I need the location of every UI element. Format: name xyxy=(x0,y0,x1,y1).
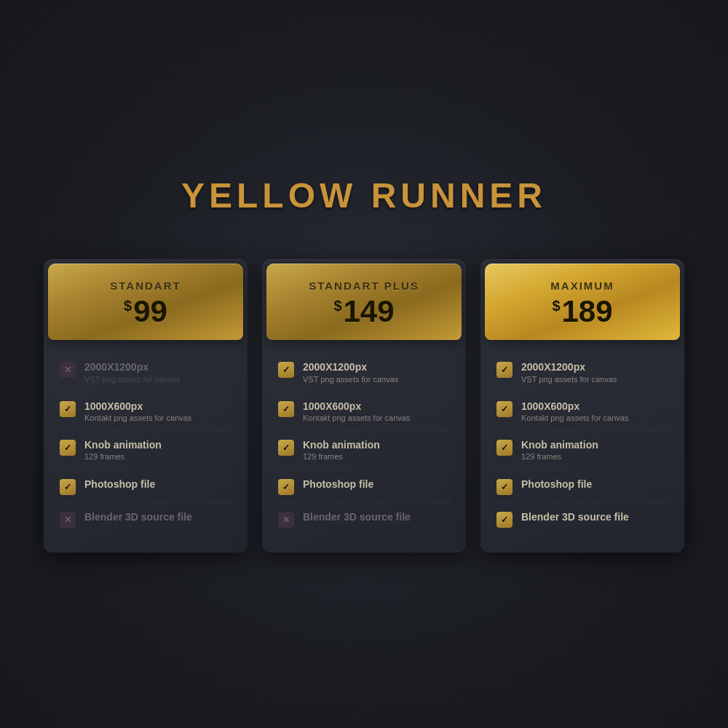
feature-main-text-standart-4: Blender 3D source file xyxy=(84,510,192,523)
feature-icon-check: ✓ xyxy=(278,401,294,417)
plan-price-maximum: $189 xyxy=(499,296,665,327)
plan-header-standart-plus: STANDART PLUS$149 xyxy=(266,264,462,340)
feature-item-standart-plus-1: ✓1000X600pxKontakt png assets for canvas xyxy=(275,392,453,431)
feature-sub-text-standart-1: Kontakt png assets for canvas xyxy=(84,414,191,423)
plan-card-standart-plus[interactable]: STANDART PLUS$149✓2000X1200pxVST png ass… xyxy=(262,259,466,552)
feature-icon-cross: ✕ xyxy=(60,362,76,378)
plan-card-standart[interactable]: STANDART$99✕2000X1200pxVST png assets fo… xyxy=(44,259,248,552)
feature-icon-check: ✓ xyxy=(278,440,294,456)
feature-main-text-standart-plus-2: Knob animation xyxy=(303,438,380,451)
feature-main-text-standart-1: 1000X600px xyxy=(84,400,191,413)
feature-main-text-standart-0: 2000X1200px xyxy=(84,360,180,373)
feature-item-standart-0: ✕2000X1200pxVST png assets for canvas xyxy=(57,353,234,392)
plan-price-standart-plus: $149 xyxy=(281,296,447,327)
plan-header-maximum: MAXIMUM$189 xyxy=(485,264,680,340)
feature-main-text-standart-3: Photoshop file xyxy=(84,478,155,491)
feature-sub-text-maximum-0: VST png assets for canvas xyxy=(521,375,617,384)
feature-icon-check: ✓ xyxy=(496,362,513,378)
feature-item-standart-plus-0: ✓2000X1200pxVST png assets for canvas xyxy=(275,353,453,392)
feature-item-maximum-1: ✓1000X600pxKontakt png assets for canvas xyxy=(494,392,671,431)
feature-item-standart-plus-4: ✕Blender 3D source file xyxy=(275,503,453,535)
feature-item-maximum-0: ✓2000X1200pxVST png assets for canvas xyxy=(494,353,671,392)
feature-sub-text-maximum-1: Kontakt png assets for canvas xyxy=(521,414,628,423)
feature-main-text-standart-plus-3: Photoshop file xyxy=(303,478,373,491)
feature-main-text-maximum-0: 2000X1200px xyxy=(521,360,617,373)
feature-icon-cross: ✕ xyxy=(60,512,76,528)
feature-sub-text-standart-0: VST png assets for canvas xyxy=(84,375,180,384)
feature-item-maximum-2: ✓Knob animation129 frames xyxy=(494,431,671,470)
feature-main-text-standart-plus-4: Blender 3D source file xyxy=(303,510,411,523)
feature-icon-cross: ✕ xyxy=(278,512,294,528)
feature-icon-check: ✓ xyxy=(496,440,513,456)
feature-main-text-maximum-4: Blender 3D source file xyxy=(521,510,629,523)
feature-item-maximum-3: ✓Photoshop file xyxy=(494,470,671,503)
feature-icon-check: ✓ xyxy=(278,479,294,495)
feature-item-maximum-4: ✓Blender 3D source file xyxy=(494,503,671,535)
feature-sub-text-standart-plus-0: VST png assets for canvas xyxy=(303,375,398,384)
feature-main-text-maximum-3: Photoshop file xyxy=(521,478,592,491)
feature-item-standart-2: ✓Knob animation129 frames xyxy=(57,431,234,470)
feature-item-standart-1: ✓1000X600pxKontakt png assets for canvas xyxy=(57,392,234,431)
plan-name-standart: STANDART xyxy=(63,280,229,292)
feature-sub-text-standart-2: 129 frames xyxy=(84,452,162,462)
feature-item-standart-3: ✓Photoshop file xyxy=(57,470,234,503)
feature-icon-check: ✓ xyxy=(60,479,76,495)
plan-features-standart: ✕2000X1200pxVST png assets for canvas✓10… xyxy=(44,340,248,552)
feature-item-standart-4: ✕Blender 3D source file xyxy=(57,503,234,535)
feature-main-text-maximum-2: Knob animation xyxy=(521,438,598,451)
plan-name-maximum: MAXIMUM xyxy=(499,280,665,292)
feature-icon-check: ✓ xyxy=(496,512,513,528)
feature-main-text-standart-2: Knob animation xyxy=(84,438,162,451)
plan-features-maximum: ✓2000X1200pxVST png assets for canvas✓10… xyxy=(480,340,684,552)
feature-icon-check: ✓ xyxy=(496,479,513,495)
feature-main-text-maximum-1: 1000X600px xyxy=(521,400,628,413)
plan-card-maximum[interactable]: MAXIMUM$189✓2000X1200pxVST png assets fo… xyxy=(480,259,684,552)
feature-sub-text-standart-plus-1: Kontakt png assets for canvas xyxy=(303,414,410,423)
feature-icon-check: ✓ xyxy=(60,401,76,417)
plan-name-standart-plus: STANDART PLUS xyxy=(281,280,447,292)
feature-item-standart-plus-3: ✓Photoshop file xyxy=(275,470,453,503)
feature-sub-text-maximum-2: 129 frames xyxy=(521,452,598,462)
page-title: YELLOW RUNNER xyxy=(181,175,547,215)
feature-item-standart-plus-2: ✓Knob animation129 frames xyxy=(275,431,453,470)
plan-header-standart: STANDART$99 xyxy=(48,264,243,340)
feature-sub-text-standart-plus-2: 129 frames xyxy=(303,452,380,462)
plan-price-standart: $99 xyxy=(63,296,229,327)
plans-container: STANDART$99✕2000X1200pxVST png assets fo… xyxy=(44,259,684,552)
feature-icon-check: ✓ xyxy=(278,362,294,378)
plan-features-standart-plus: ✓2000X1200pxVST png assets for canvas✓10… xyxy=(262,340,466,552)
feature-icon-check: ✓ xyxy=(60,440,76,456)
feature-main-text-standart-plus-1: 1000X600px xyxy=(303,400,410,413)
feature-icon-check: ✓ xyxy=(496,401,513,417)
feature-main-text-standart-plus-0: 2000X1200px xyxy=(303,360,398,373)
